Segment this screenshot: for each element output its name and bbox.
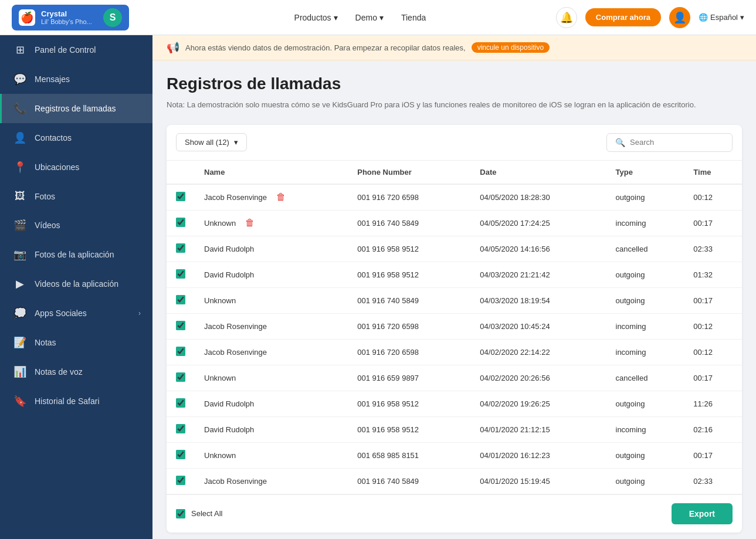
delete-icon[interactable]: 🗑	[245, 218, 255, 228]
main-content: 📢 Ahora estás viendo datos de demostraci…	[152, 35, 756, 539]
row-name-cell: Unknown	[195, 442, 348, 468]
table-row: Unknown 001 658 985 8151 04/01/2020 16:1…	[167, 442, 742, 468]
search-icon: 🔍	[615, 138, 625, 147]
sidebar-item-apps-sociales[interactable]: 💭 Apps Sociales ›	[0, 299, 152, 328]
nav-productos[interactable]: Productos ▾	[294, 13, 338, 22]
brand-text: Crystal Lil' Bobby's Pho...	[41, 9, 92, 25]
header-name: Name	[195, 161, 348, 184]
apple-icon: 🍎	[19, 9, 35, 26]
row-time-cell: 11:26	[684, 391, 742, 416]
row-checkbox[interactable]	[176, 347, 185, 356]
row-time-cell: 00:12	[684, 313, 742, 339]
table-row: Unknown 001 916 659 9897 04/02/2020 20:2…	[167, 365, 742, 391]
row-name-cell: Jacob Rosenvinge	[195, 339, 348, 365]
chevron-down-icon: ▾	[334, 13, 338, 22]
sidebar-item-llamadas[interactable]: 📞 Registros de llamadas	[0, 94, 152, 123]
sidebar-item-videos[interactable]: 🎬 Vídeos	[0, 211, 152, 240]
row-checkbox[interactable]	[176, 243, 185, 253]
filter-label: Show all (12)	[185, 138, 229, 147]
row-checkbox[interactable]	[176, 450, 185, 459]
sidebar-label-llamadas: Registros de llamadas	[35, 104, 116, 113]
sidebar-label-videos-app: Videos de la aplicación	[35, 279, 118, 289]
row-checkbox[interactable]	[176, 295, 185, 304]
row-name-cell: David Rudolph	[195, 236, 348, 262]
row-phone-cell: 001 658 985 8151	[348, 442, 470, 468]
row-name: Jacob Rosenvinge 🗑	[204, 192, 338, 202]
link-device-button[interactable]: vincule un dispositivo	[472, 42, 550, 53]
nav-demo[interactable]: Demo ▾	[355, 13, 384, 22]
select-all-checkbox[interactable]	[176, 509, 185, 518]
sidebar: ⊞ Panel de Control 💬 Mensajes 📞 Registro…	[0, 35, 152, 539]
row-checkbox[interactable]	[176, 372, 185, 382]
sidebar-item-videos-app[interactable]: ▶ Videos de la aplicación	[0, 269, 152, 299]
row-checkbox[interactable]	[176, 218, 185, 227]
filter-dropdown[interactable]: Show all (12) ▾	[176, 133, 247, 151]
row-name: David Rudolph	[204, 425, 338, 434]
notifications-button[interactable]: 🔔	[556, 7, 577, 28]
delete-icon[interactable]: 🗑	[276, 192, 286, 202]
nav-tienda[interactable]: Tienda	[401, 13, 426, 22]
row-time-cell: 00:17	[684, 287, 742, 313]
sidebar-label-fotos-app: Fotos de la aplicación	[35, 250, 114, 259]
sidebar-item-notas[interactable]: 📝 Notas	[0, 328, 152, 357]
row-name-cell: Jacob Rosenvinge	[195, 468, 348, 494]
row-name: Unknown	[204, 374, 338, 382]
demo-banner: 📢 Ahora estás viendo datos de demostraci…	[152, 35, 756, 60]
row-checkbox[interactable]	[176, 424, 185, 433]
row-name: Jacob Rosenvinge	[204, 322, 338, 331]
row-name-cell: David Rudolph	[195, 416, 348, 442]
row-phone-cell: 001 916 740 5849	[348, 287, 470, 313]
row-name-cell: David Rudolph	[195, 391, 348, 416]
search-input[interactable]	[630, 138, 724, 147]
row-date-cell: 04/02/2020 22:14:22	[470, 339, 606, 365]
row-date-cell: 04/03/2020 18:19:54	[470, 287, 606, 313]
sidebar-item-panel[interactable]: ⊞ Panel de Control	[0, 35, 152, 65]
row-checkbox[interactable]	[176, 192, 185, 201]
sidebar-label-notas-voz: Notas de voz	[35, 367, 83, 377]
row-checkbox-cell	[167, 313, 195, 339]
sidebar-item-fotos-app[interactable]: 📷 Fotos de la aplicación	[0, 240, 152, 269]
brand-area: 🍎 Crystal Lil' Bobby's Pho... S	[12, 5, 129, 30]
table-header: Name Phone Number Date Type Time	[167, 161, 742, 184]
contacts-icon: 👤	[13, 131, 26, 144]
row-date-cell: 04/05/2020 14:16:56	[470, 236, 606, 262]
export-button[interactable]: Export	[672, 503, 733, 524]
row-checkbox[interactable]	[176, 398, 185, 408]
row-name: Unknown 🗑	[204, 218, 338, 228]
row-checkbox[interactable]	[176, 321, 185, 330]
select-all-area: Select All	[176, 509, 222, 518]
sidebar-item-contactos[interactable]: 👤 Contactos	[0, 123, 152, 152]
row-type-cell: cancelled	[606, 365, 684, 391]
sidebar-item-ubicaciones[interactable]: 📍 Ubicaciones	[0, 152, 152, 182]
app-videos-icon: ▶	[13, 277, 26, 290]
sidebar-item-mensajes[interactable]: 💬 Mensajes	[0, 65, 152, 94]
main-layout: ⊞ Panel de Control 💬 Mensajes 📞 Registro…	[0, 35, 756, 539]
row-phone-cell: 001 916 958 9512	[348, 391, 470, 416]
row-date-cell: 04/02/2020 20:26:56	[470, 365, 606, 391]
row-checkbox-cell	[167, 236, 195, 262]
row-phone-cell: 001 916 740 5849	[348, 210, 470, 236]
sidebar-item-fotos[interactable]: 🖼 Fotos	[0, 182, 152, 211]
row-name: Jacob Rosenvinge	[204, 477, 338, 486]
row-checkbox[interactable]	[176, 476, 185, 485]
row-phone-cell: 001 916 958 9512	[348, 236, 470, 262]
table-row: Jacob Rosenvinge 001 916 740 5849 04/01/…	[167, 468, 742, 494]
chevron-down-icon: ▾	[740, 13, 744, 22]
table-toolbar: Show all (12) ▾ 🔍	[167, 125, 742, 161]
row-checkbox-cell	[167, 262, 195, 287]
select-all-label: Select All	[191, 509, 222, 518]
language-selector[interactable]: 🌐 Español ▾	[699, 13, 744, 22]
row-checkbox[interactable]	[176, 269, 185, 279]
top-navigation: 🍎 Crystal Lil' Bobby's Pho... S Producto…	[0, 0, 756, 35]
buy-button[interactable]: Comprar ahora	[585, 8, 661, 26]
table-row: Jacob Rosenvinge 001 916 720 6598 04/03/…	[167, 313, 742, 339]
sidebar-item-safari[interactable]: 🔖 Historial de Safari	[0, 387, 152, 416]
row-time-cell: 00:17	[684, 210, 742, 236]
row-time-cell: 02:16	[684, 416, 742, 442]
row-checkbox-cell	[167, 442, 195, 468]
row-name: Jacob Rosenvinge	[204, 348, 338, 357]
table-row: David Rudolph 001 916 958 9512 04/01/202…	[167, 416, 742, 442]
brand-logo-icon: S	[103, 8, 122, 27]
sidebar-item-notas-voz[interactable]: 📊 Notas de voz	[0, 357, 152, 387]
user-account-button[interactable]: 👤	[669, 7, 690, 28]
